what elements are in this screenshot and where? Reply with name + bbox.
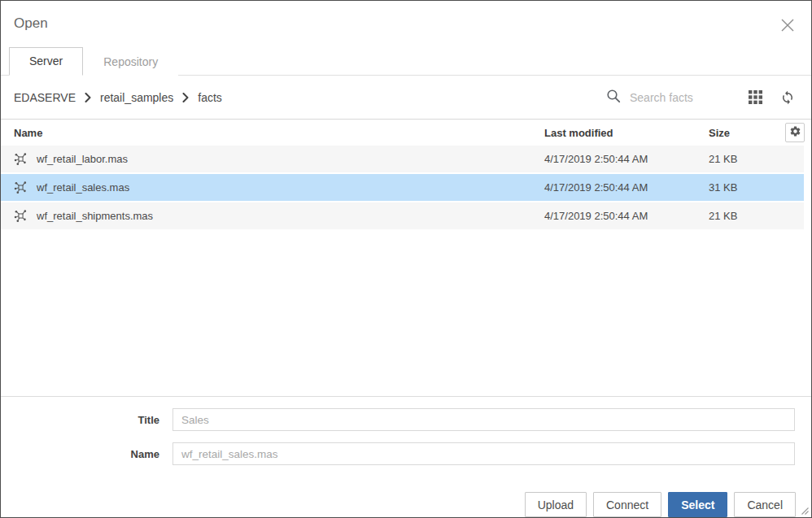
column-header-settings (779, 123, 811, 142)
synonym-icon (14, 209, 28, 223)
table-header: Name Last modified Size (1, 119, 811, 146)
synonym-icon (14, 181, 28, 194)
name-label: Name (1, 448, 159, 460)
dialog-footer: Upload Connect Select Cancel (1, 477, 811, 517)
grid-view-icon (749, 94, 762, 107)
refresh-button[interactable] (777, 87, 798, 108)
file-modified: 4/17/2019 2:50:44 AM (544, 153, 709, 165)
search-icon (606, 89, 621, 107)
toolbar: EDASERVE retail_samples facts (1, 76, 811, 119)
resize-handle-icon[interactable] (801, 507, 809, 515)
synonym-icon (14, 152, 28, 166)
breadcrumb-item-retail-samples[interactable]: retail_samples (100, 91, 173, 104)
file-name-cell: wf_retail_shipments.mas (1, 209, 544, 223)
column-settings-button[interactable] (785, 123, 805, 142)
file-name: wf_retail_shipments.mas (37, 210, 153, 222)
title-field[interactable] (172, 408, 795, 431)
close-icon (779, 24, 797, 37)
title-label: Title (1, 414, 159, 426)
column-header-modified[interactable]: Last modified (544, 127, 709, 139)
column-header-size[interactable]: Size (709, 127, 779, 139)
empty-list-area (1, 231, 811, 396)
close-button[interactable] (777, 15, 798, 36)
dialog-header: Open (1, 1, 811, 36)
search-box (606, 89, 724, 107)
connect-button[interactable]: Connect (593, 492, 661, 517)
open-dialog: Open Server Repository EDASERVE retail_s… (0, 0, 812, 518)
file-form: Title Name (1, 396, 811, 477)
file-size: 31 KB (709, 181, 771, 194)
file-name: wf_retail_labor.mas (37, 153, 128, 165)
name-form-row: Name (1, 442, 795, 465)
table-row[interactable]: wf_retail_shipments.mas 4/17/2019 2:50:4… (1, 202, 804, 231)
refresh-icon (780, 95, 795, 107)
breadcrumb: EDASERVE retail_samples facts (14, 91, 222, 104)
chevron-right-icon (85, 93, 91, 102)
table-row-selected[interactable]: wf_retail_sales.mas 4/17/2019 2:50:44 AM… (1, 174, 804, 202)
tab-bar: Server Repository (1, 36, 811, 76)
table-row[interactable]: wf_retail_labor.mas 4/17/2019 2:50:44 AM… (1, 146, 804, 174)
file-size: 21 KB (709, 153, 771, 165)
chevron-right-icon (182, 93, 189, 102)
grid-view-button[interactable] (745, 87, 766, 107)
toolbar-right (606, 87, 798, 108)
file-modified: 4/17/2019 2:50:44 AM (544, 210, 709, 222)
title-form-row: Title (1, 408, 795, 431)
breadcrumb-item-edaserve[interactable]: EDASERVE (14, 91, 76, 104)
file-name-cell: wf_retail_sales.mas (1, 181, 544, 194)
file-name-cell: wf_retail_labor.mas (1, 152, 544, 166)
column-header-name[interactable]: Name (1, 127, 544, 139)
cancel-button[interactable]: Cancel (734, 492, 796, 517)
dialog-title: Open (14, 15, 48, 33)
file-size: 21 KB (709, 210, 771, 222)
tab-repository[interactable]: Repository (83, 48, 178, 76)
select-button[interactable]: Select (668, 492, 727, 517)
file-name: wf_retail_sales.mas (37, 181, 129, 194)
gear-icon (789, 125, 801, 140)
search-input[interactable] (628, 90, 724, 105)
breadcrumb-item-facts[interactable]: facts (198, 91, 222, 104)
tab-server[interactable]: Server (9, 47, 83, 76)
file-list: wf_retail_labor.mas 4/17/2019 2:50:44 AM… (1, 146, 811, 231)
name-field[interactable] (172, 442, 795, 465)
upload-button[interactable]: Upload (525, 492, 587, 517)
file-modified: 4/17/2019 2:50:44 AM (544, 181, 709, 194)
